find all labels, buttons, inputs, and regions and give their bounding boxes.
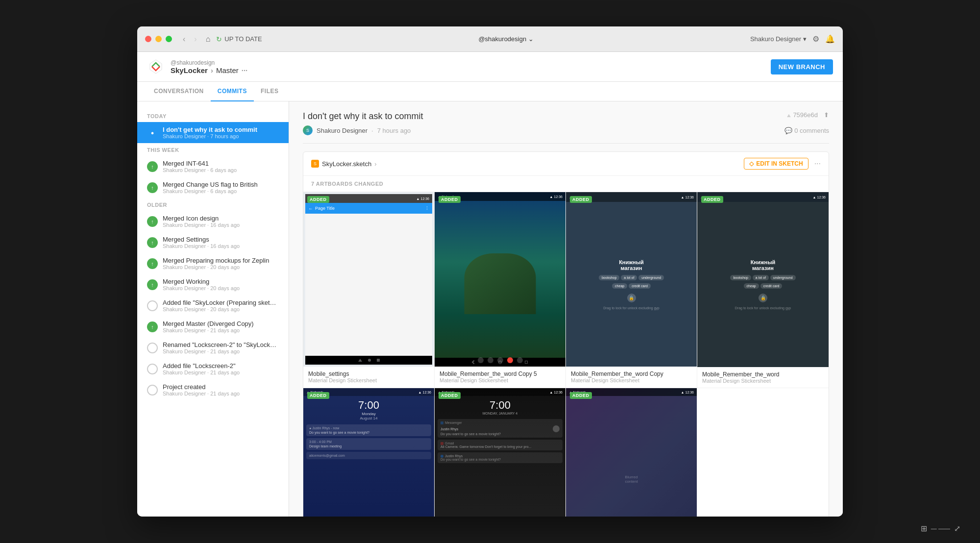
file-actions: ◇ EDIT IN SKETCH ··· (744, 158, 821, 170)
sidebar-item-older-4[interactable]: ↑ Merged Working Shakuro Designer · 20 d… (137, 274, 289, 295)
file-section: S SkyLocker.sketch › ◇ EDIT IN SKETCH ··… (303, 151, 829, 517)
artboard-thumbnail: ▲ Network▲ 12:36 Книжныймагазин bookshop… (697, 192, 829, 367)
artboard-item[interactable]: ▲ Network▲ 12:36 7:00 MONDAY, JANUARY 4 … (435, 388, 566, 517)
breadcrumb-chevron: › (211, 66, 213, 74)
artboard-thumbnail: ▲ Network▲ 12:36 Blurredcontent ADDED (566, 388, 697, 517)
commit-meta: ⟁ 7596e6d ⬆ (787, 111, 829, 119)
svg-marker-0 (150, 60, 162, 74)
edit-in-sketch-button[interactable]: ◇ EDIT IN SKETCH (744, 158, 808, 170)
artboard-info: Mobile_Remember_the_word Material Design… (697, 367, 829, 388)
app-logo (147, 58, 165, 75)
sidebar-item-week-1[interactable]: ↑ Merged INT-641 Shakuro Designer · 6 da… (137, 156, 289, 177)
commit-author-row: S Shakuro Designer · 7 hours ago 💬 0 com… (303, 125, 829, 144)
sidebar-item-older-8[interactable]: Added file "Lockscreen-2" Shakuro Design… (137, 358, 289, 379)
artboard-item[interactable]: ▲ Network▲ 12:36 Книжныймагазин bookshop… (566, 192, 697, 388)
added-badge: ADDED (439, 392, 461, 399)
header-project: SkyLocker › Master ··· (171, 66, 247, 74)
tab-conversation[interactable]: CONVERSATION (147, 82, 211, 101)
artboards-grid: ▲ Network ▲ 12:36 ← Page Title ⋮ (303, 192, 829, 517)
merge-icon: ↑ (147, 161, 158, 172)
home-button[interactable]: ⌂ (206, 35, 211, 44)
sidebar-item-text: Project created Shakuro Designer · 21 da… (163, 383, 240, 396)
sidebar-item-text: Added file "SkyLocker (Preparing sket… S… (163, 299, 276, 312)
sketch-icon: ◇ (749, 160, 754, 167)
back-button[interactable]: ‹ (180, 34, 188, 45)
comment-icon: 💬 (784, 127, 792, 134)
sidebar-item-older-1[interactable]: ↑ Merged Icon design Shakuro Designer · … (137, 211, 289, 232)
sidebar-item-text: Added file "Lockscreen-2" Shakuro Design… (163, 362, 240, 375)
user-menu[interactable]: Shakuro Designer ▾ (750, 35, 807, 43)
merge-icon: ↑ (147, 279, 158, 290)
artboard-item[interactable]: ▲ Network▲ 12:36 Blurredcontent ADDED Lo… (566, 388, 697, 517)
artboard-item[interactable]: ▲ Network▲ 12:36 Книжныймагазин bookshop… (697, 192, 829, 388)
artboard-item[interactable]: ▲ Network ▲ 12:36 ← Page Title ⋮ (303, 192, 435, 388)
comments-link[interactable]: 💬 0 comments (784, 127, 829, 134)
sidebar-item-text: Merged Icon design Shakuro Designer · 16… (163, 215, 240, 228)
sidebar-item-text: Merged Change US flag to British Shakuro… (163, 181, 258, 194)
merge-icon: ↑ (147, 182, 158, 193)
artboard-thumbnail: ▲ Network▲ 12:36 Книжныймагазин bookshop… (566, 192, 697, 367)
added-badge: ADDED (439, 196, 461, 203)
artboard-item[interactable]: ▲ Network▲ 12:36 7:00 Monday August 14 ●… (303, 388, 435, 517)
sidebar-section-today: TODAY (137, 109, 289, 122)
artboard-item[interactable]: ▲ Network▲ 12:36 (435, 192, 566, 388)
traffic-lights (145, 36, 172, 42)
tab-commits[interactable]: COMMITS (211, 82, 254, 101)
sidebar-section-older: OLDER (137, 198, 289, 211)
sidebar-item-today-1[interactable]: ● I don't get why it ask to commit Shaku… (137, 122, 289, 143)
circle-icon (147, 385, 158, 395)
merge-icon: ↑ (147, 216, 158, 227)
sync-icon: ↻ (216, 35, 222, 43)
share-icon[interactable]: ⬆ (824, 111, 829, 119)
titlebar: ‹ › ⌂ ↻ UP TO DATE @shakurodesign ⌄ Shak… (137, 26, 843, 52)
artboard-thumbnail: ▲ Network▲ 12:36 7:00 MONDAY, JANUARY 4 … (435, 388, 565, 517)
sidebar-item-older-7[interactable]: Renamed "Lockscreen-2" to "SkyLock… Shak… (137, 337, 289, 358)
file-section-header: S SkyLocker.sketch › ◇ EDIT IN SKETCH ··… (303, 152, 829, 176)
sidebar-item-older-9[interactable]: Project created Shakuro Designer · 21 da… (137, 379, 289, 400)
close-button[interactable] (145, 36, 151, 42)
artboard-thumbnail: ▲ Network ▲ 12:36 ← Page Title ⋮ (303, 192, 434, 367)
settings-icon[interactable]: ⚙ (812, 34, 819, 44)
commit-icon-active: ● (147, 127, 158, 138)
more-options-icon[interactable]: ··· (242, 66, 248, 74)
header-title: @shakurodesign SkyLocker › Master ··· (171, 59, 247, 74)
added-badge: ADDED (701, 196, 723, 203)
sidebar-item-text: Merged Preparing mockups for Zeplin Shak… (163, 257, 270, 270)
notifications-icon[interactable]: 🔔 (825, 34, 835, 44)
sidebar-item-week-2[interactable]: ↑ Merged Change US flag to British Shaku… (137, 177, 289, 198)
forward-button[interactable]: › (191, 34, 199, 45)
merge-icon: ↑ (147, 237, 158, 248)
tab-files[interactable]: FILES (254, 82, 286, 101)
sidebar-item-older-6[interactable]: ↑ Merged Master (Diverged Copy) Shakuro … (137, 316, 289, 337)
more-options-icon[interactable]: ··· (814, 159, 821, 168)
sidebar-item-older-2[interactable]: ↑ Merged Settings Shakuro Designer · 16 … (137, 232, 289, 253)
minimize-button[interactable] (155, 36, 162, 42)
phone-body: Книжныймагазин bookshop a lot of undergr… (697, 202, 829, 367)
chevron-down-icon: ▾ (803, 35, 807, 43)
commit-time: · (371, 127, 373, 134)
added-badge: ADDED (570, 196, 592, 203)
sidebar-item-older-3[interactable]: ↑ Merged Preparing mockups for Zeplin Sh… (137, 253, 289, 274)
new-branch-button[interactable]: NEW BRANCH (771, 59, 833, 74)
circle-icon (147, 300, 158, 311)
merge-icon: ↑ (147, 321, 158, 332)
sidebar-item-older-5[interactable]: Added file "SkyLocker (Preparing sket… S… (137, 295, 289, 316)
chevron-right-icon: › (374, 160, 376, 168)
sidebar-section-week: THIS WEEK (137, 143, 289, 156)
artboard-thumbnail: ▲ Network▲ 12:36 (435, 192, 565, 367)
phone-body: Книжныймагазин bookshop a lot of undergr… (566, 202, 697, 367)
sketch-file-icon: S (311, 160, 319, 168)
commit-hash: ⟁ 7596e6d (787, 111, 818, 119)
sidebar-item-text: Renamed "Lockscreen-2" to "SkyLock… Shak… (163, 341, 276, 354)
circle-icon (147, 364, 158, 374)
added-badge: ADDED (307, 392, 329, 399)
commit-header: I don't get why it ask to commit ⟁ 7596e… (303, 111, 829, 122)
circle-icon (147, 343, 158, 353)
artboards-changed-label: 7 ARTBOARDS CHANGED (303, 176, 829, 192)
tabs-bar: CONVERSATION COMMITS FILES (137, 82, 843, 101)
maximize-button[interactable] (166, 36, 172, 42)
commit-title: I don't get why it ask to commit (303, 111, 423, 122)
artboard-thumbnail: ▲ Network▲ 12:36 7:00 Monday August 14 ●… (303, 388, 434, 517)
chevron-down-icon: ⌄ (528, 35, 534, 43)
main-content: TODAY ● I don't get why it ask to commit… (137, 101, 843, 517)
